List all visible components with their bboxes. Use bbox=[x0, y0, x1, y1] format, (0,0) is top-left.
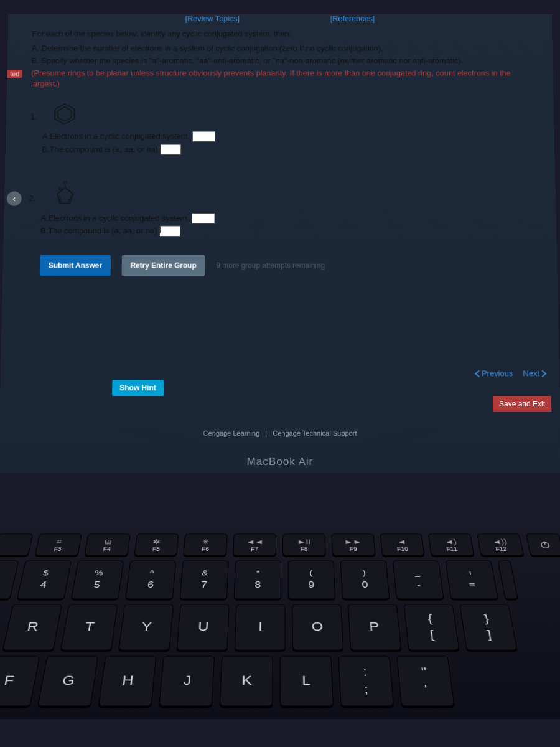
key-0: )0 bbox=[340, 560, 390, 599]
key-i: I bbox=[235, 604, 286, 651]
key-f7: ◄◄F7 bbox=[233, 533, 276, 555]
next-button[interactable]: Next bbox=[523, 369, 547, 378]
key-8: *8 bbox=[234, 560, 282, 599]
key-punct: :; bbox=[338, 656, 394, 707]
key-k: K bbox=[220, 656, 273, 707]
q2-b-label: B.The compound is (a, aa, or na) bbox=[40, 227, 157, 236]
q1-electrons-input[interactable] bbox=[192, 131, 215, 142]
key-f3: ⌗F3 bbox=[35, 533, 82, 555]
key-f6: ✳F6 bbox=[184, 533, 228, 555]
key-=: += bbox=[445, 560, 498, 599]
instruction-b: B. Specify whether the species is "a"-ar… bbox=[32, 55, 533, 67]
save-and-exit-button[interactable]: Save and Exit bbox=[493, 396, 552, 412]
review-topics-link[interactable]: [Review Topics] bbox=[185, 14, 240, 23]
q1-a-label: A.Electrons in a cyclic conjugated syste… bbox=[42, 132, 190, 141]
footer-brand: Cengage Learning bbox=[203, 430, 259, 437]
physical-keyboard: ⌗F3⊞F4✲F5✳F6◄◄F7►IIF8►►F9◄F10◄)F11◄))F12… bbox=[0, 529, 560, 719]
key-f8: ►IIF8 bbox=[282, 533, 326, 555]
footer: Cengage Learning | Cengage Technical Sup… bbox=[0, 430, 560, 437]
key-h: H bbox=[98, 656, 157, 707]
key-f11: ◄)F11 bbox=[428, 533, 474, 555]
side-tag: ted bbox=[7, 70, 22, 78]
key-4: $4 bbox=[17, 560, 72, 599]
submit-answer-button[interactable]: Submit Answer bbox=[40, 255, 111, 276]
q2-number: 2. bbox=[29, 193, 35, 204]
references-link[interactable]: [References] bbox=[330, 14, 375, 23]
key-t: T bbox=[60, 604, 118, 651]
show-hint-button[interactable]: Show Hint bbox=[112, 380, 164, 397]
key-u: U bbox=[177, 604, 230, 651]
key-5: %5 bbox=[71, 560, 124, 599]
key-l: L bbox=[280, 656, 334, 707]
footer-support-link[interactable]: Cengage Technical Support bbox=[273, 430, 357, 437]
instruction-c: (Presume rings to be planar unless struc… bbox=[31, 68, 533, 90]
key-punct: "' bbox=[396, 656, 454, 707]
q1-b-label: B.The compound is (a, aa, or na) bbox=[42, 145, 158, 154]
intro-text: For each of the species below, identify … bbox=[32, 29, 531, 40]
svg-point-8 bbox=[540, 542, 549, 548]
key-g: G bbox=[37, 656, 98, 707]
key-o: O bbox=[292, 604, 343, 651]
key-f10: ◄F10 bbox=[380, 533, 425, 555]
attempts-remaining: 9 more group attempts remaining bbox=[216, 260, 325, 271]
chevron-right-icon bbox=[541, 370, 547, 377]
q1-classification-input[interactable] bbox=[160, 144, 180, 155]
instruction-a: A. Determine the number of electrons in … bbox=[32, 43, 532, 54]
key-power bbox=[526, 533, 560, 555]
key-9: (9 bbox=[287, 560, 335, 599]
pyrrole-icon: H :N bbox=[55, 179, 76, 204]
retry-group-button[interactable]: Retry Entire Group bbox=[121, 255, 205, 276]
q2-electrons-input[interactable] bbox=[192, 213, 215, 223]
q2-classification-input[interactable] bbox=[159, 226, 180, 237]
key--: _- bbox=[393, 560, 444, 599]
key-bracket: }] bbox=[459, 604, 517, 651]
q2-a-label: A.Electrons in a cyclic conjugated syste… bbox=[40, 214, 189, 222]
svg-marker-1 bbox=[58, 107, 72, 121]
key-y: Y bbox=[118, 604, 174, 651]
key-r: R bbox=[2, 604, 62, 651]
svg-text::N: :N bbox=[57, 186, 63, 192]
key-6: ^6 bbox=[125, 560, 176, 599]
key-f4: ⊞F4 bbox=[84, 533, 130, 555]
q1-number: 1. bbox=[30, 111, 37, 123]
svg-line-9 bbox=[544, 542, 544, 545]
benzene-icon bbox=[52, 103, 77, 124]
key-partial bbox=[0, 533, 33, 555]
key-p: P bbox=[348, 604, 401, 651]
previous-button[interactable]: Previous bbox=[474, 369, 513, 378]
key-j: J bbox=[159, 656, 215, 707]
key-f12: ◄))F12 bbox=[477, 533, 524, 555]
key-7: &7 bbox=[179, 560, 228, 599]
macbook-air-label: MacBook Air bbox=[0, 456, 560, 468]
key-f: F bbox=[0, 656, 40, 707]
key-bracket: {[ bbox=[404, 604, 460, 651]
chevron-left-icon bbox=[474, 370, 480, 377]
key-f5: ✲F5 bbox=[134, 533, 179, 555]
key-f9: ►►F9 bbox=[331, 533, 375, 555]
